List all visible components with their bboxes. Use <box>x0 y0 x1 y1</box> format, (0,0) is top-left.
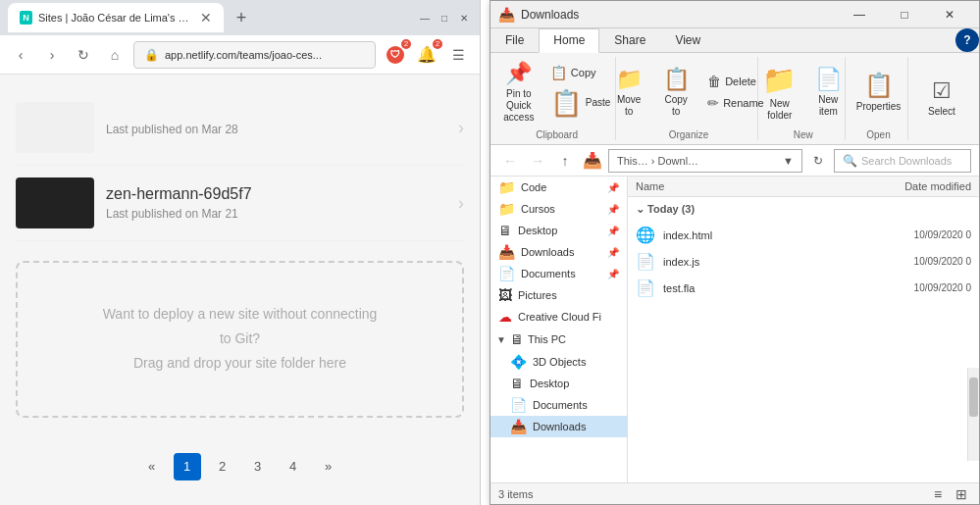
organize-label: Organize <box>669 127 709 140</box>
page-4-button[interactable]: 4 <box>280 453 307 480</box>
browser-toolbar: ‹ › ↻ ⌂ 🔒 app.netlify.com/teams/joao-ces… <box>0 35 480 75</box>
refresh-button[interactable]: ↻ <box>806 149 830 173</box>
page-2-button[interactable]: 2 <box>209 453 236 480</box>
this-pc-icon: 🖥 <box>510 331 524 347</box>
ribbon-tab-view[interactable]: View <box>660 28 715 52</box>
sidebar-item-creative-cloud[interactable]: ☁ Creative Cloud Fi <box>490 306 627 328</box>
large-icons-view-button[interactable]: ⊞ <box>952 484 971 504</box>
new-item-button[interactable]: 📄 Newitem <box>806 63 850 122</box>
ribbon-tab-home[interactable]: Home <box>539 28 599 53</box>
pin-label: Pin to Quick access <box>503 88 535 124</box>
minimize-button[interactable]: — <box>417 10 433 25</box>
sidebar-item-desktop[interactable]: 🖥 Desktop 📌 <box>490 220 627 241</box>
downloads-icon: 📥 <box>498 244 515 260</box>
maximize-button[interactable]: □ <box>437 10 452 25</box>
select-buttons: ☑ Select <box>920 57 963 138</box>
exp-back-button[interactable]: ← <box>498 149 522 173</box>
page-prev-button[interactable]: « <box>138 453 166 480</box>
explorer-minimize-button[interactable]: — <box>838 1 881 28</box>
sidebar-item-pictures[interactable]: 🖼 Pictures <box>490 284 627 306</box>
scrollbar-thumb[interactable] <box>969 378 978 417</box>
new-folder-button[interactable]: 📁 Newfolder <box>756 60 802 126</box>
tab-close-button[interactable]: ✕ <box>200 10 212 25</box>
this-pc-header[interactable]: ▼ 🖥 This PC <box>490 328 627 351</box>
exp-up-button[interactable]: ↑ <box>553 149 577 173</box>
page-next-button[interactable]: » <box>315 453 342 480</box>
ribbon: File Home Share View ? 📌 Pin to Quick ac… <box>490 28 979 145</box>
details-view-button[interactable]: ≡ <box>928 484 948 504</box>
browser-content: Last published on Mar 28 › zen-hermann-6… <box>0 75 480 505</box>
ribbon-clipboard-buttons: 📌 Pin to Quick access 📋 Copy 📋 Paste <box>497 57 617 127</box>
browser-tab-active[interactable]: N Sites | João César de Lima's team ✕ <box>8 3 224 32</box>
menu-button[interactable]: ☰ <box>444 41 472 69</box>
properties-button[interactable]: 📋 Properties <box>851 65 907 120</box>
exp-forward-button[interactable]: → <box>526 149 549 173</box>
rename-icon: ✏ <box>707 95 719 111</box>
close-button[interactable]: ✕ <box>456 10 472 25</box>
file-item-index-js[interactable]: 📄 index.js 10/09/2020 0 <box>628 248 979 275</box>
site-item-second[interactable]: zen-hermann-69d5f7 Last published on Mar… <box>16 166 464 241</box>
explorer-maximize-button[interactable]: □ <box>883 1 926 28</box>
explorer-title-text: Downloads <box>521 8 832 22</box>
select-button[interactable]: ☑ Select <box>920 71 963 126</box>
site-info-2: zen-hermann-69d5f7 Last published on Mar… <box>106 185 446 221</box>
paste-button[interactable]: 📋 Paste <box>544 84 617 123</box>
explorer-statusbar: 3 items ≡ ⊞ <box>490 482 979 504</box>
folder-icon: 📁 <box>498 201 515 217</box>
explorer-close-button[interactable]: ✕ <box>928 1 971 28</box>
properties-icon: 📋 <box>864 72 894 99</box>
copy-button[interactable]: 📋 Copy <box>544 63 617 82</box>
url-text: app.netlify.com/teams/joao-ces... <box>165 49 365 61</box>
vertical-scrollbar[interactable] <box>967 368 979 461</box>
explorer-address-box[interactable]: This… › Downl… ▼ <box>608 149 802 173</box>
page-3-button[interactable]: 3 <box>244 453 272 480</box>
sidebar-item-documents-thispc[interactable]: 📄 Documents <box>490 394 627 416</box>
html-file-icon: 🌐 <box>636 226 655 244</box>
file-item-test-fla[interactable]: 📄 test.fla 10/09/2020 0 <box>628 275 979 301</box>
sidebar-item-downloads-thispc[interactable]: 📥 Downloads <box>490 416 627 437</box>
select-label: Select <box>928 106 955 118</box>
copy-to-button[interactable]: 📋 Copy to <box>654 63 697 122</box>
page-1-button[interactable]: 1 <box>174 453 201 480</box>
site-arrow-icon: › <box>458 118 464 138</box>
statusbar-view-controls: ≡ ⊞ <box>928 484 971 504</box>
fla-file-icon: 📄 <box>636 278 655 297</box>
tab-title: Sites | João César de Lima's team <box>38 12 190 24</box>
sidebar-item-code[interactable]: 📁 Code 📌 <box>490 177 627 198</box>
file-item-index-html[interactable]: 🌐 index.html 10/09/2020 0 <box>628 222 979 248</box>
sidebar-item-desktop-thispc[interactable]: 🖥 Desktop <box>490 373 627 394</box>
new-folder-icon: 📁 <box>762 64 797 96</box>
ribbon-tab-file[interactable]: File <box>490 28 539 52</box>
copy-icon: 📋 <box>550 65 567 80</box>
address-dropdown-button[interactable]: ▼ <box>783 155 794 167</box>
search-icon: 🔍 <box>843 154 857 168</box>
search-box[interactable]: 🔍 Search Downloads <box>834 149 971 173</box>
explorer-window: 📥 Downloads — □ ✕ File Home Share View ?… <box>490 0 980 505</box>
pin-to-quick-access-button[interactable]: 📌 Pin to Quick access <box>497 57 541 127</box>
address-bar[interactable]: 🔒 app.netlify.com/teams/joao-ces... <box>133 41 376 69</box>
ribbon-tab-share[interactable]: Share <box>599 28 660 52</box>
desktop-icon: 🖥 <box>498 223 512 238</box>
home-button[interactable]: ⌂ <box>102 42 128 68</box>
alerts-button[interactable]: 🔔 2 <box>413 41 440 69</box>
sidebar-item-documents-quick[interactable]: 📄 Documents 📌 <box>490 263 627 284</box>
moveto-icon: 📁 <box>616 67 643 92</box>
move-to-button[interactable]: 📁 Move to <box>607 63 650 122</box>
new-tab-button[interactable]: + <box>228 4 255 31</box>
site-item-first[interactable]: Last published on Mar 28 › <box>16 90 464 166</box>
forward-button[interactable]: › <box>39 42 65 68</box>
sidebar-item-downloads-quick[interactable]: 📥 Downloads 📌 <box>490 241 627 263</box>
sidebar-item-3d-objects[interactable]: 💠 3D Objects <box>490 351 627 373</box>
pin-indicator: 📌 <box>607 226 619 236</box>
explorer-filelist: Name Date modified ⌄ Today (3) 🌐 index.h… <box>628 177 979 482</box>
sidebar-item-cursos[interactable]: 📁 Cursos 📌 <box>490 198 627 220</box>
site-thumbnail <box>16 102 94 153</box>
site-name: zen-hermann-69d5f7 <box>106 185 446 203</box>
ribbon-help-button[interactable]: ? <box>955 28 979 52</box>
back-button[interactable]: ‹ <box>8 42 33 68</box>
reload-button[interactable]: ↻ <box>71 42 96 68</box>
extensions-button[interactable]: 🛡 2 <box>382 41 409 69</box>
select-icon: ☑ <box>932 78 952 104</box>
deploy-line1: Want to deploy a new site without connec… <box>37 302 442 327</box>
filelist-header: Name Date modified <box>628 177 979 197</box>
